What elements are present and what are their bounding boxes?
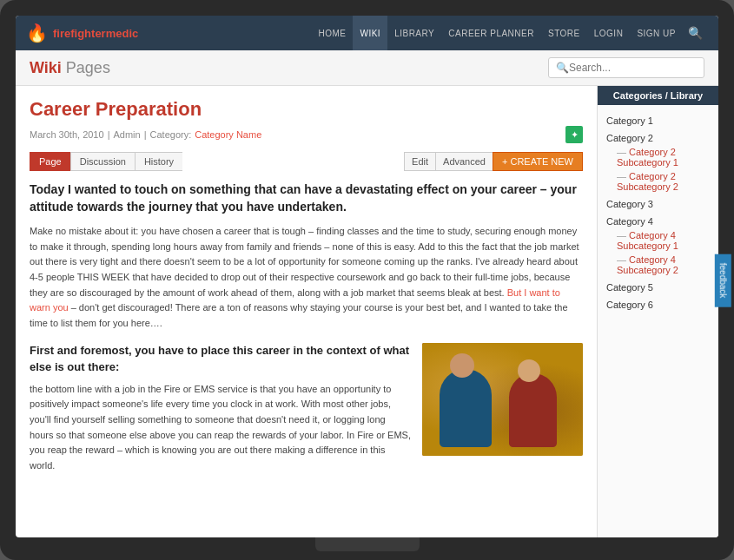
article-date: March 30th, 2010	[30, 129, 104, 140]
category-label: Category:	[150, 129, 192, 140]
nav-links: HOME WIKI LIBRARY CAREER PLANNER STORE L…	[311, 16, 708, 50]
sidebar-title: Categories / Library	[598, 86, 718, 105]
section-text: First and foremost, you have to place th…	[30, 343, 412, 473]
flame-icon: 🔥	[26, 23, 48, 43]
nav-login[interactable]: LOGIN	[587, 16, 631, 50]
meta-sep2: |	[144, 129, 147, 140]
advanced-button[interactable]: Advanced	[435, 152, 493, 171]
warn-link[interactable]: But I want to warn you	[30, 287, 560, 313]
article-section: First and foremost, you have to place th…	[30, 343, 583, 473]
logo-text: firefightermedic	[53, 27, 138, 40]
nav-search-icon[interactable]: 🔍	[683, 26, 708, 40]
article-headline: Today I wanted to touch on something tha…	[30, 181, 583, 215]
article-area: Career Preparation March 30th, 2010 | Ad…	[16, 86, 597, 537]
article-image	[422, 343, 583, 456]
create-new-button[interactable]: + CREATE NEW	[493, 152, 583, 171]
article-body: Make no mistake about it: you have chose…	[30, 224, 583, 331]
sidebar-item-cat3[interactable]: Category 3	[606, 197, 710, 211]
wiki-page-title: Wiki Pages	[30, 59, 548, 77]
sidebar-item-cat1[interactable]: Category 1	[606, 114, 710, 128]
sidebar: Categories / Library Category 1 Category…	[597, 86, 718, 537]
section-body: the bottom line with a job in the Fire o…	[30, 382, 412, 474]
sidebar-item-cat6[interactable]: Category 6	[606, 298, 710, 312]
edit-button[interactable]: Edit	[404, 152, 435, 171]
nav-library[interactable]: LIBRARY	[387, 16, 441, 50]
monitor: 🔥 firefightermedic HOME WIKI LIBRARY CAR…	[0, 0, 734, 560]
logo: 🔥 firefightermedic	[26, 23, 138, 43]
tab-discussion[interactable]: Discussion	[70, 152, 135, 171]
search-icon: 🔍	[556, 62, 569, 74]
sidebar-item-cat2sub2[interactable]: Category 2 Subcategory 2	[606, 169, 710, 194]
sidebar-item-cat4sub1[interactable]: Category 4 Subcategory 1	[606, 228, 710, 253]
nav-wiki[interactable]: WIKI	[353, 16, 387, 50]
category-link[interactable]: Category Name	[195, 129, 261, 140]
section-heading: First and foremost, you have to place th…	[30, 343, 412, 374]
navbar: 🔥 firefightermedic HOME WIKI LIBRARY CAR…	[16, 16, 718, 50]
article-title: Career Preparation	[30, 98, 583, 121]
tab-page[interactable]: Page	[30, 152, 70, 171]
wiki-header: Wiki Pages 🔍	[16, 50, 718, 86]
feedback-tab[interactable]: feedback	[715, 254, 731, 306]
article-author: Admin	[113, 129, 140, 140]
sidebar-item-cat2sub1[interactable]: Category 2 Subcategory 1	[606, 145, 710, 169]
sidebar-item-cat4sub2[interactable]: Category 4 Subcategory 2	[606, 253, 710, 277]
tabs-bar: Page Discussion History Edit Advanced + …	[30, 152, 583, 171]
nav-store[interactable]: STORE	[541, 16, 587, 50]
sidebar-item-cat4[interactable]: Category 4	[606, 214, 710, 228]
monitor-stand	[315, 537, 420, 551]
browser-window: 🔥 firefightermedic HOME WIKI LIBRARY CAR…	[16, 16, 718, 537]
sidebar-item-cat5[interactable]: Category 5	[606, 280, 710, 294]
meta-sep1: |	[108, 129, 110, 140]
tab-history[interactable]: History	[135, 152, 182, 171]
sidebar-item-cat2[interactable]: Category 2	[606, 131, 710, 145]
article-meta: March 30th, 2010 | Admin | Category: Cat…	[30, 126, 583, 143]
share-button[interactable]: ✦	[565, 126, 583, 143]
main-content: Career Preparation March 30th, 2010 | Ad…	[16, 86, 718, 537]
nav-signup[interactable]: SIGN UP	[630, 16, 683, 50]
nav-career-planner[interactable]: CAREER PLANNER	[441, 16, 541, 50]
search-input[interactable]	[569, 62, 697, 74]
nav-home[interactable]: HOME	[311, 16, 353, 50]
search-box[interactable]: 🔍	[548, 57, 704, 78]
